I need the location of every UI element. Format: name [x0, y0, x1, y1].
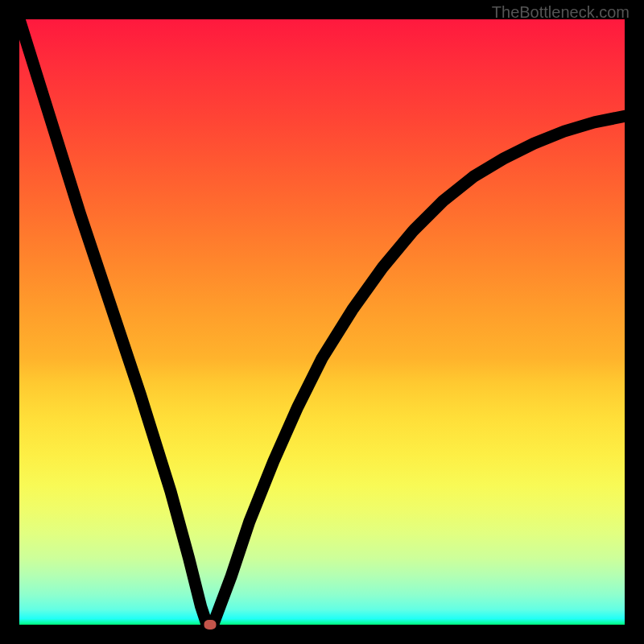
chart-svg — [19, 19, 625, 625]
watermark-label: TheBottleneck.com — [492, 3, 630, 22]
chart-plot-area — [19, 19, 625, 625]
bottleneck-curve — [19, 19, 625, 625]
optimal-marker — [204, 620, 216, 630]
